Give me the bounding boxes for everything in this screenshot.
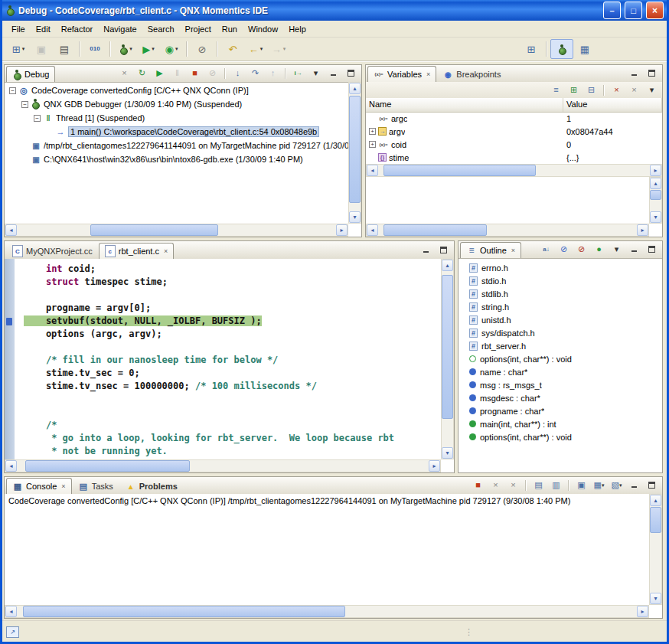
- scroll-right-arrow-icon[interactable]: ▸: [336, 224, 348, 236]
- tree-expander-icon[interactable]: −: [9, 87, 16, 94]
- minimize-button[interactable]: –: [603, 2, 621, 19]
- outline-item[interactable]: options(int, char**) : void: [469, 352, 662, 365]
- remove-launch-button[interactable]: ×: [488, 478, 504, 492]
- scroll-track[interactable]: [650, 189, 661, 211]
- minimize-view-button[interactable]: [626, 478, 642, 492]
- pin-console-button[interactable]: ▣: [573, 478, 589, 492]
- console-tab-tasks[interactable]: ▤Tasks: [72, 478, 119, 494]
- scroll-track[interactable]: [442, 271, 453, 447]
- menu-help[interactable]: Help: [283, 23, 312, 35]
- outline-item[interactable]: #stdlib.h: [469, 287, 662, 300]
- scroll-left-arrow-icon[interactable]: ◂: [5, 460, 17, 472]
- variables-row[interactable]: (x)=argc1: [366, 112, 662, 125]
- console-tab-problems[interactable]: ▲Problems: [119, 478, 184, 494]
- step-over-button[interactable]: ↷: [247, 66, 263, 80]
- minimize-view-button[interactable]: [626, 66, 642, 80]
- minimize-view-button[interactable]: [626, 242, 642, 257]
- display-selected-console-button[interactable]: ▦▾: [591, 478, 607, 492]
- tree-expander-icon[interactable]: +: [369, 128, 376, 135]
- scroll-thumb[interactable]: [25, 460, 190, 472]
- new-wizard-button[interactable]: ⊞▾: [7, 39, 30, 59]
- scroll-thumb[interactable]: [442, 275, 453, 420]
- debug-vscrollbar[interactable]: ▴ ▾: [348, 82, 361, 224]
- remove-all-button[interactable]: ×: [626, 83, 642, 97]
- scroll-down-arrow-icon[interactable]: ▾: [349, 211, 361, 223]
- outline-item[interactable]: name : char*: [469, 365, 662, 378]
- hide-fields-button[interactable]: ⊘: [556, 242, 572, 257]
- scroll-thumb[interactable]: [650, 190, 661, 200]
- close-tab-icon[interactable]: ×: [164, 247, 168, 255]
- scroll-track[interactable]: [17, 606, 637, 617]
- variables-detail-pane[interactable]: [366, 177, 649, 224]
- step-return-button[interactable]: ↑: [265, 66, 281, 80]
- scroll-right-arrow-icon[interactable]: ▸: [637, 224, 648, 236]
- maximize-view-button[interactable]: [644, 242, 660, 257]
- console-tab-console[interactable]: ▦Console×: [6, 478, 72, 494]
- outline-item[interactable]: msg : rs_msgs_t: [469, 378, 662, 391]
- scroll-down-arrow-icon[interactable]: ▾: [650, 593, 661, 604]
- outline-item[interactable]: #string.h: [469, 300, 662, 313]
- scroll-track[interactable]: [17, 460, 429, 472]
- minimize-view-button[interactable]: [418, 243, 434, 257]
- scroll-track[interactable]: [349, 94, 361, 211]
- outline-item[interactable]: #unistd.h: [469, 313, 662, 326]
- view-menu-button[interactable]: ▾: [609, 242, 625, 257]
- variables-row[interactable]: +→argv0x08047a44: [366, 125, 662, 138]
- close-tab-icon[interactable]: ×: [61, 482, 65, 490]
- scroll-track[interactable]: [17, 224, 336, 236]
- open-perspective-button[interactable]: ⊞: [520, 39, 543, 59]
- tree-expander-icon[interactable]: +: [369, 141, 376, 148]
- maximize-view-button[interactable]: [436, 243, 452, 257]
- clear-console-button[interactable]: ▤: [530, 478, 547, 492]
- outline-item[interactable]: #sys/dispatch.h: [469, 326, 662, 339]
- scroll-track[interactable]: [378, 224, 637, 236]
- collapse-all-button[interactable]: ⊟: [583, 83, 599, 97]
- instruction-stepping-button[interactable]: i→: [290, 66, 306, 80]
- scroll-thumb[interactable]: [23, 606, 345, 617]
- close-button[interactable]: ×: [646, 2, 664, 19]
- maximize-view-button[interactable]: [644, 478, 660, 492]
- open-console-button[interactable]: ▧▾: [609, 478, 625, 492]
- outline-item[interactable]: #errno.h: [469, 261, 662, 274]
- scroll-right-arrow-icon[interactable]: ▸: [637, 606, 648, 617]
- remove-all-launches-button[interactable]: ×: [505, 478, 521, 492]
- scroll-track[interactable]: [378, 165, 650, 176]
- run-launch-button[interactable]: ▶▾: [137, 39, 160, 59]
- annotation-ruler[interactable]: [5, 259, 15, 459]
- variables-tab-variables[interactable]: (x)=Variables×: [367, 66, 436, 82]
- hide-non-public-button[interactable]: ●: [591, 242, 607, 257]
- variables-hscrollbar[interactable]: ◂ ▸: [366, 164, 662, 177]
- outline-item[interactable]: main(int, char**) : int: [469, 417, 662, 430]
- scroll-up-arrow-icon[interactable]: ▴: [442, 260, 453, 271]
- scroll-thumb[interactable]: [383, 165, 536, 176]
- console-hscrollbar[interactable]: ◂ ▸: [5, 605, 649, 618]
- outline-item[interactable]: progname : char*: [469, 404, 662, 417]
- scroll-left-arrow-icon[interactable]: ◂: [5, 224, 17, 236]
- scroll-right-arrow-icon[interactable]: ▸: [650, 165, 661, 176]
- column-header-value[interactable]: Value: [563, 98, 662, 112]
- suspend-button[interactable]: ‖: [169, 66, 185, 80]
- minimize-view-button[interactable]: [325, 66, 341, 80]
- sort-button[interactable]: a↓: [538, 242, 554, 257]
- disconnect-button[interactable]: ⊘: [204, 66, 220, 80]
- debug-tree-item[interactable]: −◎CodeCoverage convertedConfig [C/C++ QN…: [5, 83, 348, 97]
- editor-tab-rbt-client-c[interactable]: crbt_client.c×: [99, 243, 174, 259]
- maximize-button[interactable]: □: [625, 2, 642, 19]
- debug-tree-item[interactable]: −QNX GDB Debugger (1/30/09 1:40 PM) (Sus…: [5, 97, 348, 111]
- editor-hscrollbar[interactable]: ◂ ▸: [5, 459, 441, 472]
- view-menu-button[interactable]: ▾: [308, 66, 324, 80]
- debug-tree-item[interactable]: ▣C:\QNX641\host\win32\x86\usr\bin\ntox86…: [5, 152, 348, 166]
- skip-breakpoints-button[interactable]: ⊘: [191, 39, 214, 59]
- column-header-name[interactable]: Name: [366, 98, 563, 112]
- menu-window[interactable]: Window: [243, 23, 283, 35]
- menu-project[interactable]: Project: [180, 23, 217, 35]
- outline-item[interactable]: #rbt_server.h: [469, 339, 662, 352]
- variables-bottom-hscrollbar[interactable]: ◂ ▸: [366, 224, 649, 237]
- view-menu-button[interactable]: ▾: [644, 83, 660, 97]
- scroll-down-arrow-icon[interactable]: ▾: [442, 447, 453, 459]
- debug-launch-button[interactable]: ▾: [114, 39, 137, 59]
- maximize-view-button[interactable]: [343, 66, 359, 80]
- tree-expander-icon[interactable]: −: [21, 101, 28, 108]
- menu-navigate[interactable]: Navigate: [98, 23, 142, 35]
- console-output[interactable]: CodeCoverage convertedConfig [C/C++ QNX …: [5, 494, 649, 605]
